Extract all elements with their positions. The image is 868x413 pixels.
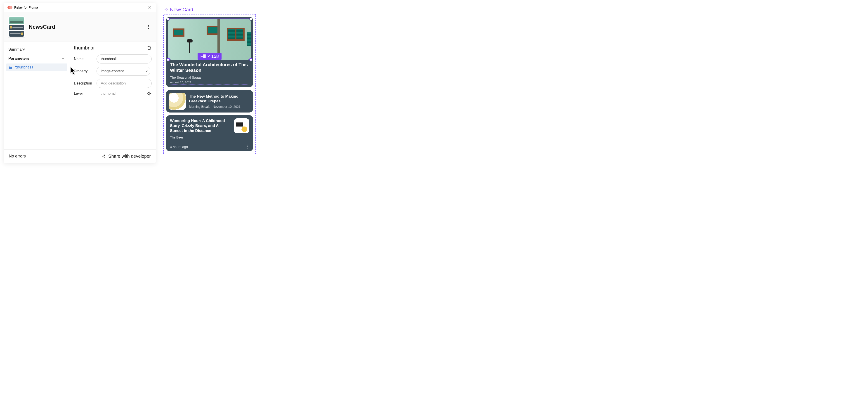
relay-plugin-panel: Relay for Figma NewsCard Summary bbox=[4, 3, 156, 163]
description-input[interactable] bbox=[96, 79, 152, 88]
parameter-item-thumbnail[interactable]: thumbnail bbox=[6, 63, 67, 71]
component-frame-name: NewsCard bbox=[170, 7, 193, 13]
component-header: NewsCard bbox=[4, 12, 156, 42]
nav-parameters-label: Parameters bbox=[8, 56, 29, 61]
share-label: Share with developer bbox=[108, 154, 151, 159]
name-input[interactable] bbox=[96, 55, 152, 63]
col-source: The Bees bbox=[170, 135, 249, 139]
plugin-header: Relay for Figma bbox=[4, 3, 156, 12]
row-thumbnail bbox=[168, 93, 186, 110]
component-menu-button[interactable] bbox=[146, 24, 151, 30]
property-select[interactable] bbox=[96, 67, 150, 76]
nav-parameters[interactable]: Parameters bbox=[4, 54, 70, 63]
add-parameter-button[interactable] bbox=[61, 56, 65, 61]
share-button[interactable]: Share with developer bbox=[101, 154, 151, 159]
component-thumbnail bbox=[8, 16, 25, 37]
svg-point-3 bbox=[102, 156, 103, 157]
hero-source: The Seasonal Sagas bbox=[170, 75, 249, 79]
close-button[interactable] bbox=[148, 5, 152, 10]
hero-thumbnail-layer[interactable]: Fill × 158 bbox=[168, 19, 251, 60]
plus-icon bbox=[61, 57, 65, 60]
col-title: Wondering Hour: A Childhood Story, Grizz… bbox=[170, 118, 231, 133]
row-source: Morning Break bbox=[189, 105, 210, 108]
detail-pane: thumbnail Name Property bbox=[70, 42, 156, 149]
layer-value: thumbnail bbox=[96, 92, 144, 96]
selection-size-badge: Fill × 158 bbox=[197, 53, 221, 60]
name-label: Name bbox=[74, 57, 93, 61]
share-icon bbox=[101, 154, 106, 159]
col-card[interactable]: Wondering Hour: A Childhood Story, Grizz… bbox=[166, 115, 253, 151]
plugin-footer: No errors Share with developer bbox=[4, 149, 156, 163]
nav-summary[interactable]: Summary bbox=[4, 45, 70, 54]
col-time: 4 hours ago bbox=[170, 145, 188, 149]
layer-label: Layer bbox=[74, 92, 93, 96]
row-card[interactable]: The New Method to Making Breakfast Crepe… bbox=[166, 90, 253, 113]
parameter-item-label: thumbnail bbox=[15, 65, 33, 69]
status-text: No errors bbox=[9, 154, 26, 159]
component-frame-label[interactable]: NewsCard bbox=[164, 7, 256, 13]
svg-point-5 bbox=[104, 157, 105, 158]
card-menu-button[interactable] bbox=[245, 145, 249, 149]
nav-summary-label: Summary bbox=[8, 47, 25, 52]
svg-point-2 bbox=[149, 93, 150, 94]
hero-date: August 25, 2021 bbox=[170, 81, 249, 84]
hero-title: The Wonderful Architectures of This Wint… bbox=[170, 62, 249, 73]
row-date: November 10, 2021 bbox=[213, 105, 241, 108]
plugin-title: Relay for Figma bbox=[14, 6, 38, 9]
row-title: The New Method to Making Breakfast Crepe… bbox=[189, 94, 250, 104]
locate-layer-button[interactable] bbox=[147, 91, 152, 96]
newscard-frame[interactable]: Fill × 158 The Wonderful Architectures o… bbox=[163, 14, 256, 154]
relay-logo-icon bbox=[7, 6, 12, 9]
hero-card[interactable]: Fill × 158 The Wonderful Architectures o… bbox=[166, 17, 253, 87]
description-label: Description bbox=[74, 81, 93, 86]
component-icon bbox=[164, 8, 168, 12]
property-label: Property bbox=[74, 69, 93, 73]
delete-button[interactable] bbox=[147, 45, 152, 51]
col-thumbnail bbox=[234, 118, 249, 133]
figma-canvas: NewsCard bbox=[163, 7, 256, 154]
component-name: NewsCard bbox=[29, 24, 55, 30]
image-icon bbox=[9, 65, 12, 69]
svg-point-4 bbox=[104, 155, 105, 156]
close-icon bbox=[148, 5, 152, 9]
left-nav: Summary Parameters thumbnail bbox=[4, 42, 70, 149]
detail-title: thumbnail bbox=[74, 45, 95, 51]
